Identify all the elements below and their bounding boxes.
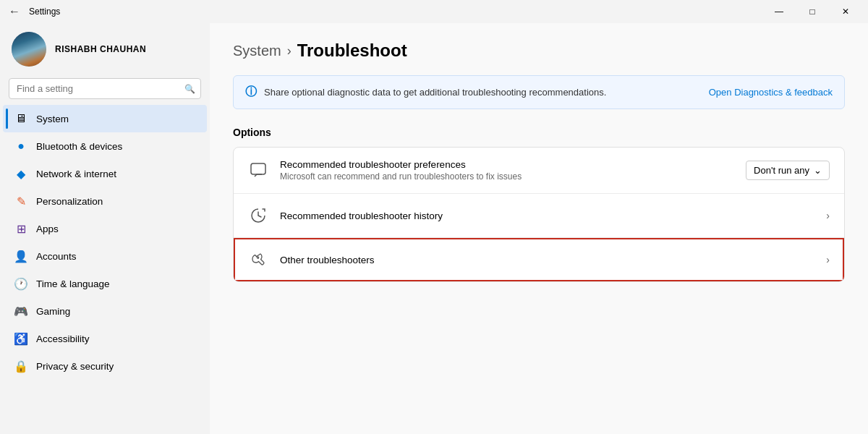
option-recommended-prefs[interactable]: Recommended troubleshooter preferences M… xyxy=(234,148,844,194)
chevron-right-icon-2: › xyxy=(826,254,830,265)
apps-icon: ⊞ xyxy=(14,222,27,235)
option-recommended-history[interactable]: Recommended troubleshooter history › xyxy=(234,194,844,238)
sidebar-item-privacy[interactable]: 🔒 Privacy & security xyxy=(3,352,207,380)
accessibility-icon: ♿ xyxy=(14,332,27,345)
sidebar: RISHABH CHAUHAN 🔍 🖥 System ● Bluetooth &… xyxy=(0,23,210,434)
username: RISHABH CHAUHAN xyxy=(55,44,146,54)
prefs-dropdown-value: Don't run any xyxy=(754,165,809,176)
history-icon xyxy=(248,205,268,226)
sidebar-item-label: Privacy & security xyxy=(36,361,114,372)
sidebar-item-label: Apps xyxy=(36,224,59,234)
user-section: RISHABH CHAUHAN xyxy=(0,23,210,78)
sidebar-item-bluetooth[interactable]: ● Bluetooth & devices xyxy=(3,132,207,160)
search-box: 🔍 xyxy=(9,78,201,99)
app-title: Settings xyxy=(29,7,60,17)
chevron-down-icon: ⌄ xyxy=(814,165,822,176)
gaming-icon: 🎮 xyxy=(14,305,27,318)
prefs-dropdown[interactable]: Don't run any ⌄ xyxy=(746,161,830,180)
close-button[interactable]: ✕ xyxy=(829,0,862,23)
sidebar-item-network[interactable]: ◆ Network & internet xyxy=(3,160,207,187)
wrench-icon xyxy=(248,250,268,270)
option-title-prefs: Recommended troubleshooter preferences xyxy=(280,159,746,170)
option-other-troubleshooters[interactable]: Other troubleshooters › xyxy=(234,238,844,281)
info-banner-text: Share optional diagnostic data to get ad… xyxy=(264,87,606,98)
sidebar-item-label: Personalization xyxy=(36,196,103,207)
option-control-history: › xyxy=(826,210,830,221)
options-container: Recommended troubleshooter preferences M… xyxy=(233,147,845,282)
option-title-other: Other troubleshooters xyxy=(280,255,826,265)
option-control-prefs: Don't run any ⌄ xyxy=(746,161,830,180)
sidebar-item-accounts[interactable]: 👤 Accounts xyxy=(3,242,207,270)
breadcrumb: System › Troubleshoot xyxy=(233,41,845,61)
title-bar-left: ← Settings xyxy=(6,2,60,21)
sidebar-item-label: System xyxy=(36,114,69,124)
option-control-other: › xyxy=(826,254,830,265)
info-icon: ⓘ xyxy=(245,85,257,100)
sidebar-item-label: Accounts xyxy=(36,251,77,262)
breadcrumb-current: Troubleshoot xyxy=(297,41,407,61)
breadcrumb-parent: System xyxy=(233,43,281,59)
maximize-button[interactable]: □ xyxy=(796,0,829,23)
bluetooth-icon: ● xyxy=(14,140,27,153)
sidebar-item-label: Bluetooth & devices xyxy=(36,141,122,152)
content-area: System › Troubleshoot ⓘ Share optional d… xyxy=(210,23,868,434)
sidebar-item-label: Network & internet xyxy=(36,169,116,179)
sidebar-item-gaming[interactable]: 🎮 Gaming xyxy=(3,297,207,325)
sidebar-nav: 🖥 System ● Bluetooth & devices ◆ Network… xyxy=(0,105,210,380)
personalization-icon: ✎ xyxy=(14,195,27,208)
avatar xyxy=(12,32,46,67)
option-subtitle-prefs: Microsoft can recommend and run troubles… xyxy=(280,171,746,182)
sidebar-item-label: Accessibility xyxy=(36,333,90,344)
info-banner: ⓘ Share optional diagnostic data to get … xyxy=(233,75,845,109)
sidebar-item-personalization[interactable]: ✎ Personalization xyxy=(3,187,207,215)
sidebar-item-label: Gaming xyxy=(36,306,70,317)
section-title: Options xyxy=(233,127,845,138)
avatar-image xyxy=(12,32,46,67)
open-diagnostics-link[interactable]: Open Diagnostics & feedback xyxy=(709,87,833,98)
option-title-history: Recommended troubleshooter history xyxy=(280,210,826,221)
search-icon: 🔍 xyxy=(184,84,195,94)
sidebar-item-accessibility[interactable]: ♿ Accessibility xyxy=(3,325,207,352)
sidebar-item-time[interactable]: 🕐 Time & language xyxy=(3,270,207,297)
system-icon: 🖥 xyxy=(14,112,27,125)
title-bar: ← Settings — □ ✕ xyxy=(0,0,868,23)
sidebar-item-label: Time & language xyxy=(36,278,110,289)
option-content-other: Other troubleshooters xyxy=(280,255,826,265)
option-content-history: Recommended troubleshooter history xyxy=(280,210,826,221)
network-icon: ◆ xyxy=(14,167,27,180)
breadcrumb-separator: › xyxy=(287,43,292,59)
sidebar-item-apps[interactable]: ⊞ Apps xyxy=(3,215,207,242)
time-icon: 🕐 xyxy=(14,277,27,290)
option-content-prefs: Recommended troubleshooter preferences M… xyxy=(280,159,746,182)
minimize-button[interactable]: — xyxy=(762,0,796,23)
accounts-icon: 👤 xyxy=(14,250,27,263)
svg-rect-0 xyxy=(251,163,265,174)
search-input[interactable] xyxy=(9,78,201,99)
chevron-right-icon: › xyxy=(826,210,830,221)
window-controls: — □ ✕ xyxy=(762,0,862,23)
app-body: RISHABH CHAUHAN 🔍 🖥 System ● Bluetooth &… xyxy=(0,23,868,434)
info-banner-left: ⓘ Share optional diagnostic data to get … xyxy=(245,85,606,100)
privacy-icon: 🔒 xyxy=(14,359,27,373)
chat-icon xyxy=(248,161,268,181)
back-button[interactable]: ← xyxy=(6,2,23,21)
sidebar-item-system[interactable]: 🖥 System xyxy=(3,105,207,132)
